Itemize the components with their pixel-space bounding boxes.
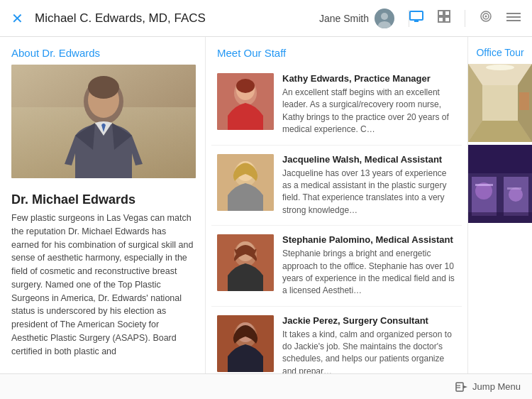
svg-rect-50 (475, 184, 493, 186)
page-title: Michael C. Edwards, MD, FACS (35, 11, 319, 26)
footer: Jump Menu (0, 373, 532, 399)
svg-rect-42 (519, 92, 529, 110)
list-item: Jackie Perez, Surgery Consultant It take… (211, 307, 462, 373)
user-info: Jane Smith (319, 9, 394, 28)
monitor-icon[interactable] (409, 11, 423, 26)
avatar (375, 9, 394, 28)
about-panel: About Dr. Edwards (0, 37, 206, 373)
staff-photo-1 (217, 73, 274, 130)
hamburger-menu-icon[interactable] (506, 11, 521, 26)
staff-photo-4 (217, 315, 274, 372)
target-icon[interactable] (480, 10, 492, 26)
office-photo-2[interactable] (468, 145, 532, 223)
doctor-bio: Few plastic surgeons in Las Vegas can ma… (0, 212, 205, 369)
svg-point-12 (485, 16, 487, 18)
staff-name-1: Kathy Edwards, Practice Manager (282, 73, 456, 84)
list-item: Stephanie Palomino, Medical Assistant St… (211, 226, 462, 307)
svg-marker-40 (482, 85, 518, 121)
close-button[interactable]: ✕ (11, 10, 23, 27)
svg-point-41 (486, 65, 514, 70)
staff-name-2: Jacqueline Walsh, Medical Assistant (282, 154, 456, 165)
jump-menu-icon (455, 381, 468, 393)
office-tour-heading: Office Tour (468, 37, 532, 64)
svg-rect-51 (507, 187, 521, 190)
staff-info-4: Jackie Perez, Surgery Consultant It take… (282, 315, 456, 373)
staff-info-1: Kathy Edwards, Practice Manager An excel… (282, 73, 456, 136)
header-icons (409, 10, 521, 27)
svg-rect-6 (438, 11, 443, 16)
staff-name-4: Jackie Perez, Surgery Consultant (282, 315, 456, 326)
staff-desc-2: Jacqueline has over 13 years of experien… (282, 168, 456, 217)
about-heading: About Dr. Edwards (0, 37, 205, 65)
list-item: Kathy Edwards, Practice Manager An excel… (211, 65, 462, 146)
staff-list: Kathy Edwards, Practice Manager An excel… (206, 65, 467, 373)
svg-rect-3 (410, 11, 423, 20)
jump-menu-label: Jump Menu (472, 381, 521, 392)
staff-desc-1: An excellent staff begins with an excell… (282, 87, 456, 136)
user-name-label: Jane Smith (319, 13, 369, 24)
staff-name-3: Stephanie Palomino, Medical Assistant (282, 234, 456, 245)
svg-point-20 (88, 76, 119, 99)
staff-desc-3: Stephanie brings a bright and energetic … (282, 248, 456, 297)
doctor-name: Dr. Michael Edwards (0, 187, 205, 212)
header-divider-2 (465, 10, 465, 27)
office-photo-1[interactable] (468, 64, 532, 142)
office-tour-panel: Office Tour (468, 37, 532, 373)
svg-rect-8 (438, 17, 443, 22)
staff-info-2: Jacqueline Walsh, Medical Assistant Jacq… (282, 154, 456, 217)
svg-rect-9 (445, 17, 450, 22)
staff-desc-4: It takes a kind, calm and organized pers… (282, 329, 456, 373)
list-item: Jacqueline Walsh, Medical Assistant Jacq… (211, 146, 462, 226)
doctor-photo (11, 65, 196, 178)
jump-menu-button[interactable]: Jump Menu (455, 381, 521, 393)
app-header: ✕ Michael C. Edwards, MD, FACS Jane Smit… (0, 0, 532, 37)
staff-info-3: Stephanie Palomino, Medical Assistant St… (282, 234, 456, 297)
grid-icon[interactable] (438, 10, 450, 26)
svg-rect-53 (456, 383, 463, 391)
staff-panel: Meet Our Staff Kathy Edwards, Practice M… (206, 37, 468, 373)
staff-heading: Meet Our Staff (206, 37, 467, 65)
svg-rect-45 (468, 145, 532, 173)
main-content: About Dr. Edwards (0, 37, 532, 373)
svg-point-24 (236, 79, 255, 93)
staff-photo-2 (217, 154, 274, 211)
staff-photo-3 (217, 234, 274, 291)
svg-point-1 (381, 13, 388, 20)
svg-rect-52 (468, 212, 532, 223)
svg-rect-7 (445, 11, 450, 16)
